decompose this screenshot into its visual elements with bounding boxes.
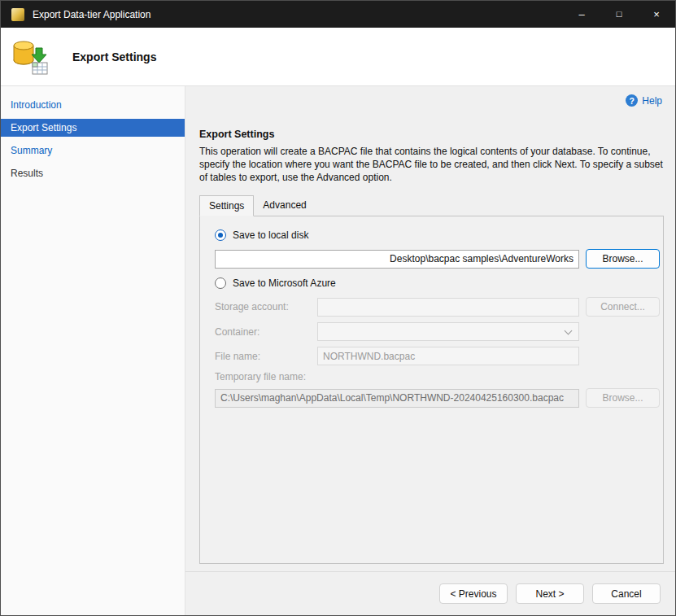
tab-settings[interactable]: Settings <box>199 195 254 216</box>
wizard-page-title: Export Settings <box>72 50 156 63</box>
main-content: ? Help Export Settings This operation wi… <box>185 86 675 571</box>
close-button[interactable]: × <box>638 1 675 28</box>
previous-button[interactable]: < Previous <box>439 583 508 604</box>
section-description: This operation will create a BACPAC file… <box>199 145 667 184</box>
temp-file-label: Temporary file name: <box>215 371 660 382</box>
sidebar-item-results: Results <box>1 164 185 182</box>
next-button[interactable]: Next > <box>516 583 584 604</box>
maximize-button[interactable]: □ <box>600 1 638 28</box>
local-path-input[interactable] <box>215 250 579 269</box>
file-name-input <box>317 347 579 365</box>
cancel-button[interactable]: Cancel <box>592 583 661 604</box>
wizard-steps-sidebar: Introduction Export Settings Summary Res… <box>1 86 185 615</box>
save-local-disk-radio[interactable] <box>215 229 226 241</box>
section-title: Export Settings <box>199 129 662 140</box>
save-azure-label: Save to Microsoft Azure <box>233 277 336 289</box>
help-label: Help <box>642 95 662 107</box>
storage-account-input <box>317 298 579 317</box>
tab-advanced[interactable]: Advanced <box>254 195 315 216</box>
save-local-disk-label: Save to local disk <box>233 229 308 241</box>
app-icon <box>11 8 24 21</box>
browse-local-button[interactable]: Browse... <box>586 249 660 269</box>
save-local-disk-option[interactable]: Save to local disk <box>215 226 656 243</box>
wizard-footer: < Previous Next > Cancel <box>185 571 675 615</box>
window-title: Export Data-tier Application <box>33 9 150 20</box>
storage-account-label: Storage account: <box>215 301 311 312</box>
connect-button: Connect... <box>586 297 660 317</box>
save-azure-option[interactable]: Save to Microsoft Azure <box>215 274 656 291</box>
window-controls: – □ × <box>563 1 675 28</box>
storage-account-row: Storage account: Connect... <box>215 297 656 317</box>
wizard-body: Introduction Export Settings Summary Res… <box>1 86 675 615</box>
export-dac-wizard-window: Export Data-tier Application – □ × Expor… <box>0 0 676 616</box>
browse-temp-button: Browse... <box>586 388 660 408</box>
help-icon: ? <box>626 94 638 107</box>
export-database-icon <box>11 38 50 76</box>
sidebar-item-introduction[interactable]: Introduction <box>1 96 185 114</box>
container-label: Container: <box>215 326 311 338</box>
temp-file-label-row: Temporary file name: <box>215 371 656 382</box>
tab-strip: Settings Advanced <box>199 195 662 216</box>
sidebar-item-export-settings[interactable]: Export Settings <box>1 119 185 137</box>
file-name-row: File name: <box>215 347 656 365</box>
file-name-label: File name: <box>215 351 311 362</box>
wizard-header: Export Settings <box>1 28 675 86</box>
container-row: Container: <box>215 322 656 341</box>
temp-file-input <box>215 389 579 408</box>
save-azure-radio[interactable] <box>215 277 226 289</box>
help-link[interactable]: ? Help <box>626 94 662 107</box>
main-pane: ? Help Export Settings This operation wi… <box>185 86 675 615</box>
local-path-row: Browse... <box>215 249 656 269</box>
titlebar: Export Data-tier Application – □ × <box>1 1 675 28</box>
sidebar-item-summary[interactable]: Summary <box>1 142 185 159</box>
chevron-down-icon <box>565 327 573 335</box>
minimize-button[interactable]: – <box>563 1 600 28</box>
temp-file-row: Browse... <box>215 388 656 408</box>
settings-panel: Save to local disk Browse... Save to Mic… <box>199 216 664 564</box>
container-select <box>317 322 579 341</box>
